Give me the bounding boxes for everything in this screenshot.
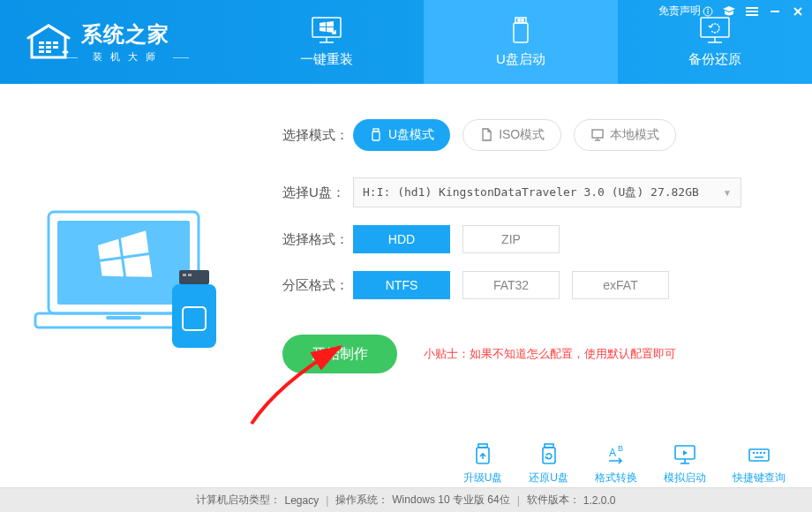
chevron-down-icon: ▼ <box>723 188 732 198</box>
svg-rect-9 <box>39 41 44 44</box>
tool-label: 升级U盘 <box>463 471 503 486</box>
partition-option-fat32[interactable]: FAT32 <box>462 271 560 299</box>
svg-rect-35 <box>188 274 192 276</box>
usb-upgrade-icon <box>470 442 495 467</box>
mode-row: 选择模式： U盘模式 ISO模式 本地模式 <box>282 119 786 151</box>
boot-type-value: Legacy <box>284 494 319 507</box>
svg-point-55 <box>761 453 762 454</box>
tool-simulate-boot[interactable]: 模拟启动 <box>664 442 706 486</box>
svg-text:A: A <box>609 447 616 459</box>
usb-select-value: H:I: (hd1) KingstonDataTraveler 3.0 (U盘)… <box>363 184 699 200</box>
mode-btn-usb[interactable]: U盘模式 <box>353 119 450 151</box>
svg-rect-34 <box>183 274 186 276</box>
monitor-windows-icon <box>311 16 342 46</box>
info-icon <box>703 6 713 17</box>
laptop-usb-illustration <box>31 203 234 362</box>
version-value: 1.2.0.0 <box>583 494 616 507</box>
close-button[interactable] <box>791 4 805 19</box>
logo-icon <box>26 24 71 61</box>
svg-rect-5 <box>746 14 758 16</box>
svg-rect-25 <box>514 23 528 42</box>
tool-upgrade-usb[interactable]: 升级U盘 <box>463 442 503 486</box>
svg-rect-30 <box>57 221 190 305</box>
svg-rect-13 <box>46 46 51 49</box>
mode-label: 选择模式： <box>282 127 353 144</box>
file-icon <box>479 128 493 142</box>
menu-icon[interactable] <box>745 4 759 19</box>
tool-restore-usb[interactable]: 还原U盘 <box>529 442 568 486</box>
mode-btn-label: U盘模式 <box>388 127 434 143</box>
body: 选择模式： U盘模式 ISO模式 本地模式 选择U盘： H:I: (hd1 <box>0 84 812 481</box>
partition-option-exfat[interactable]: exFAT <box>572 271 669 299</box>
monitor-icon <box>590 128 605 142</box>
svg-rect-32 <box>106 316 141 320</box>
usb-restore-icon <box>537 442 561 467</box>
svg-rect-36 <box>172 284 216 348</box>
usb-drive-icon <box>505 16 537 46</box>
format-option-zip[interactable]: ZIP <box>462 225 560 253</box>
format-row: 选择格式： HDD ZIP <box>282 225 786 253</box>
left-panel <box>0 84 265 481</box>
partition-option-ntfs[interactable]: NTFS <box>353 271 450 299</box>
svg-rect-16 <box>46 50 51 53</box>
tool-format-convert[interactable]: AB 格式转换 <box>595 442 637 486</box>
titlebar: 免责声明 <box>658 4 805 19</box>
version-label: 软件版本： <box>527 493 580 508</box>
mode-btn-local[interactable]: 本地模式 <box>574 119 676 151</box>
svg-rect-39 <box>372 132 380 140</box>
svg-rect-23 <box>518 19 520 21</box>
tool-hotkey-query[interactable]: 快捷键查询 <box>733 442 786 486</box>
mode-btn-label: ISO模式 <box>499 127 545 143</box>
graduation-icon[interactable] <box>722 4 736 19</box>
svg-point-56 <box>764 453 765 454</box>
monitor-restore-icon <box>699 16 731 46</box>
svg-point-2 <box>708 9 709 10</box>
svg-rect-40 <box>592 130 603 138</box>
svg-text:B: B <box>618 444 623 453</box>
keyboard-icon <box>747 442 771 467</box>
usb-select-dropdown[interactable]: H:I: (hd1) KingstonDataTraveler 3.0 (U盘)… <box>353 177 741 207</box>
tip-text: 小贴士：如果不知道怎么配置，使用默认配置即可 <box>424 346 676 362</box>
right-panel: 选择模式： U盘模式 ISO模式 本地模式 选择U盘： H:I: (hd1 <box>265 84 812 481</box>
format-option-hdd[interactable]: HDD <box>353 225 450 253</box>
tab-label: 一键重装 <box>300 51 353 68</box>
tip-body: 如果不知道怎么配置，使用默认配置即可 <box>470 347 676 360</box>
svg-rect-46 <box>543 448 555 463</box>
logo-title: 系统之家 <box>81 20 169 49</box>
tool-label: 快捷键查询 <box>733 471 786 486</box>
svg-rect-52 <box>749 449 769 461</box>
logo-area: 系统之家 装 机 大 师 <box>0 0 229 84</box>
tab-usb-boot[interactable]: U盘启动 <box>424 0 618 84</box>
format-label: 选择格式： <box>282 231 353 248</box>
logo-subtitle: 装 机 大 师 <box>81 50 169 64</box>
svg-rect-14 <box>53 46 58 49</box>
svg-rect-10 <box>46 41 51 44</box>
disclaimer-link[interactable]: 免责声明 <box>658 4 713 19</box>
os-label: 操作系统： <box>335 493 388 508</box>
disclaimer-label: 免责声明 <box>658 4 701 19</box>
svg-rect-12 <box>39 46 44 49</box>
mode-btn-label: 本地模式 <box>610 127 659 143</box>
minimize-button[interactable] <box>768 4 782 19</box>
svg-point-18 <box>66 50 69 53</box>
svg-point-53 <box>754 453 755 454</box>
svg-rect-33 <box>179 270 209 284</box>
svg-rect-24 <box>522 19 523 21</box>
usb-select-label: 选择U盘： <box>282 184 353 201</box>
format-convert-icon: AB <box>604 442 628 467</box>
svg-rect-11 <box>53 41 58 44</box>
start-row: 开始制作 小贴士：如果不知道怎么配置，使用默认配置即可 <box>282 335 786 373</box>
svg-rect-22 <box>515 18 526 23</box>
usb-select-row: 选择U盘： H:I: (hd1) KingstonDataTraveler 3.… <box>282 177 786 207</box>
mode-btn-iso[interactable]: ISO模式 <box>462 119 561 151</box>
bottom-toolbar: 升级U盘 还原U盘 AB 格式转换 模拟启动 快捷键查询 <box>463 442 786 486</box>
tab-reinstall[interactable]: 一键重装 <box>229 0 424 84</box>
tool-label: 模拟启动 <box>664 471 706 486</box>
statusbar: 计算机启动类型： Legacy | 操作系统： Windows 10 专业版 6… <box>0 487 812 512</box>
start-button[interactable]: 开始制作 <box>282 335 397 373</box>
monitor-play-icon <box>673 442 697 467</box>
svg-rect-15 <box>39 50 44 53</box>
tool-label: 还原U盘 <box>529 471 568 486</box>
boot-type-label: 计算机启动类型： <box>196 493 281 508</box>
svg-point-54 <box>757 453 758 454</box>
